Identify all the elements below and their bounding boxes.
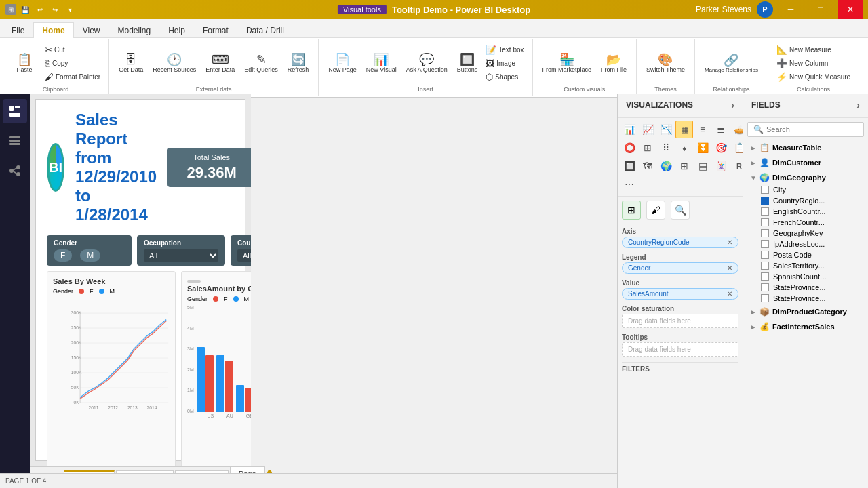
field-city[interactable]: City [747,184,864,195]
gender-f[interactable]: F [54,249,72,262]
new-page-button[interactable]: 📄 New Page [324,52,361,75]
ipaddress-checkbox[interactable] [761,240,769,248]
viz-icon-scatter[interactable]: ⠿ [657,139,675,157]
viz-icon-table[interactable]: ▤ [694,157,711,175]
englishcountr-checkbox[interactable] [761,207,769,216]
field-englishcountr[interactable]: EnglishCountr... [747,206,864,217]
customize-quick[interactable]: ▾ [64,3,76,16]
dimcustomer-header[interactable]: ► 👤 DimCustomer [747,156,864,169]
field-countryregion[interactable]: CountryRegio... [747,195,864,206]
viz-analytics-tab[interactable]: 🔍 [671,201,690,220]
factinternetsales-header[interactable]: ► 💰 FactInternetSales [747,320,864,333]
buttons-button[interactable]: 🔲 Buttons [453,52,482,75]
nav-data[interactable] [3,129,27,153]
nav-report[interactable] [3,99,27,123]
format-painter-button[interactable]: 🖌 Format Painter [42,70,103,83]
new-quick-measure-button[interactable]: ⚡ New Quick Measure [774,70,853,83]
axis-remove[interactable]: ✕ [727,239,732,246]
visualizations-header[interactable]: VISUALIZATIONS › [618,94,743,118]
field-stateprovince1[interactable]: StateProvince... [747,282,864,293]
visual-tools-tab[interactable]: Visual tools [338,5,387,14]
tab-home[interactable]: Home [33,22,73,38]
viz-icon-stacked-bar[interactable]: ≡ [694,121,711,138]
fields-header[interactable]: FIELDS › [743,94,868,118]
redo-quick[interactable]: ↪ [49,3,61,16]
viz-icon-100-bar[interactable]: ≣ [712,121,730,138]
tab-help[interactable]: Help [159,22,194,38]
bar-chart-handle[interactable] [187,280,201,283]
maximize-button[interactable]: □ [808,0,833,19]
viz-format-tab[interactable]: 🖌 [646,201,665,220]
edit-queries-button[interactable]: ✎ Edit Queries [240,52,282,75]
field-ipaddress[interactable]: IpAddressLoc... [747,239,864,249]
viz-icon-donut[interactable]: ⭕ [620,139,638,157]
new-column-button[interactable]: ➕ New Column [774,57,853,70]
tab-view[interactable]: View [74,22,109,38]
save-quick[interactable]: 💾 [19,3,31,16]
viz-icon-funnel[interactable]: ⏬ [694,139,711,157]
recent-sources-button[interactable]: 🕐 Recent Sources [149,52,200,75]
text-box-button[interactable]: 📝 Text box [483,43,526,56]
user-avatar[interactable]: P [757,1,773,18]
new-measure-button[interactable]: 📐 New Measure [774,43,853,56]
dimgeography-header[interactable]: ▼ 🌍 DimGeography [747,171,864,184]
occupation-select[interactable]: All [144,249,218,262]
stateprovince2-checkbox[interactable] [761,294,769,302]
viz-icon-bar[interactable]: 📊 [620,121,638,138]
fields-search-input[interactable] [766,125,860,134]
viz-fields-tab[interactable]: ⊞ [622,201,641,220]
new-visual-button[interactable]: 📊 New Visual [362,52,401,75]
gender-m[interactable]: M [80,249,100,262]
postalcode-checkbox[interactable] [761,251,769,259]
countryregion-checkbox[interactable] [761,197,769,205]
viz-icon-treemap[interactable]: ⊞ [639,139,656,157]
viz-icon-more[interactable]: ⋯ [620,176,638,193]
viz-icon-clustered-bar[interactable]: ▦ [675,121,693,138]
refresh-button[interactable]: 🔄 Refresh [283,52,313,75]
viz-icon-pie[interactable]: 🥧 [730,121,743,138]
salesterritory-checkbox[interactable] [761,262,769,270]
viz-icon-matrix[interactable]: ⊞ [675,157,693,175]
nav-model[interactable] [3,159,27,183]
tooltips-dropzone[interactable]: Drag data fields here [622,342,738,357]
copy-button[interactable]: ⎘ Copy [42,57,103,70]
field-spanishcount[interactable]: SpanishCount... [747,271,864,282]
viz-icon-line[interactable]: 📈 [639,121,656,138]
tab-format[interactable]: Format [194,22,237,38]
frenchcountr-checkbox[interactable] [761,218,769,226]
geographykey-checkbox[interactable] [761,229,769,237]
viz-icon-r[interactable]: R [730,157,743,175]
field-geographykey[interactable]: GeographyKey [747,228,864,239]
viz-icon-area[interactable]: 📉 [657,121,675,138]
dimproductcategory-header[interactable]: ► 📦 DimProductCategory [747,305,864,319]
from-file-button[interactable]: 📂 From File [597,52,631,75]
image-button[interactable]: 🖼 Image [483,57,526,70]
viz-icon-card[interactable]: 🃏 [712,157,730,175]
city-checkbox[interactable] [761,186,769,194]
minimize-button[interactable]: ─ [778,0,803,19]
spanishcount-checkbox[interactable] [761,272,769,281]
color-sat-dropzone[interactable]: Drag data fields here [622,314,738,328]
tab-data-drill[interactable]: Data / Drill [237,22,293,38]
measuretable-header[interactable]: ► 📋 MeasureTable [747,141,864,155]
country-select[interactable]: All [237,249,251,262]
legend-remove[interactable]: ✕ [727,264,732,272]
viz-icon-gauge[interactable]: 🎯 [712,139,730,157]
viz-icon-slicer[interactable]: 🔲 [620,157,638,175]
get-data-button[interactable]: 🗄 Get Data [115,52,147,75]
tab-modeling[interactable]: Modeling [108,22,159,38]
undo-quick[interactable]: ↩ [34,3,46,16]
ask-question-button[interactable]: 💬 Ask A Question [402,52,452,75]
switch-theme-button[interactable]: 🎨 Switch Theme [642,52,689,75]
manage-relationships-button[interactable]: 🔗 Manage Relationships [701,53,762,75]
shapes-button[interactable]: ⬡ Shapes [483,70,526,83]
close-button[interactable]: ✕ [838,0,863,19]
enter-data-button[interactable]: ⌨ Enter Data [201,52,239,75]
value-remove[interactable]: ✕ [727,290,732,298]
tab-file[interactable]: File [3,22,33,38]
viz-icon-kpi[interactable]: 📋 [730,139,743,157]
publish-button[interactable]: ☁ Publish [865,52,868,75]
paste-button[interactable]: 📋 Paste [8,52,41,75]
viz-icon-waterfall[interactable]: ⬧ [675,139,693,157]
stateprovince1-checkbox[interactable] [761,283,769,291]
